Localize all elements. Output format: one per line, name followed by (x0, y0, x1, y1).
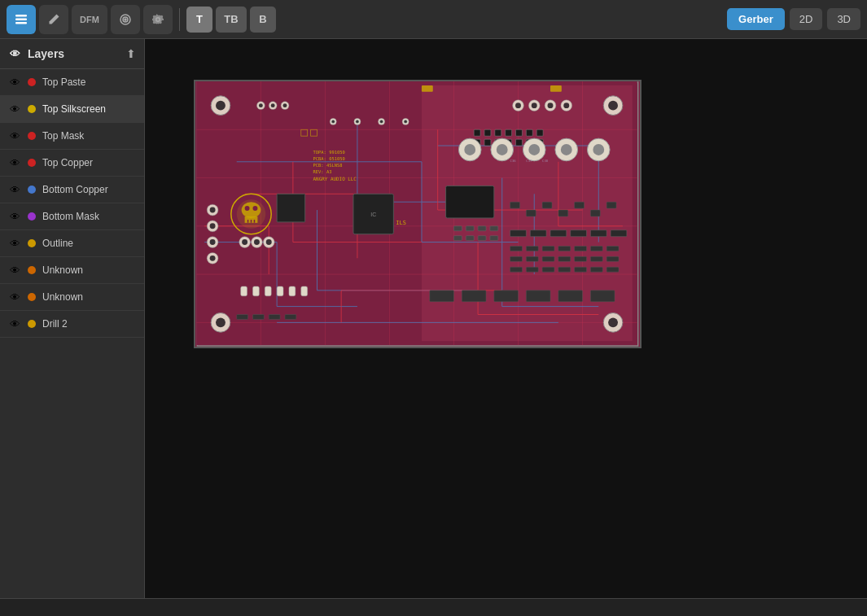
layer-color-dot-drill-2 (28, 320, 36, 328)
dfm-button[interactable]: DFM (72, 5, 107, 34)
svg-point-51 (210, 223, 216, 229)
svg-rect-74 (526, 247, 538, 251)
layer-color-dot-bottom-mask (28, 212, 36, 221)
svg-point-117 (593, 144, 604, 155)
svg-point-33 (283, 103, 287, 107)
svg-text:C37: C37 (526, 159, 532, 163)
layer-T-button[interactable]: T (186, 7, 212, 33)
svg-point-21 (216, 101, 226, 111)
svg-rect-66 (606, 202, 616, 208)
toolbar-separator (179, 8, 180, 31)
svg-rect-152 (490, 226, 498, 231)
layer-item-bottom-copper[interactable]: 👁Bottom Copper (0, 177, 144, 203)
pcb-svg: IC (195, 81, 640, 347)
svg-rect-61 (526, 210, 536, 216)
svg-rect-88 (526, 267, 538, 272)
svg-rect-1 (15, 18, 27, 20)
svg-rect-68 (530, 230, 546, 237)
svg-text:PCB: 4SLNS8: PCB: 4SLNS8 (313, 163, 343, 168)
svg-rect-63 (558, 210, 568, 216)
layer-item-top-mask[interactable]: 👁Top Mask (0, 123, 144, 150)
gerber-button[interactable]: Gerber (727, 8, 785, 30)
svg-text:C36: C36 (510, 159, 517, 163)
svg-rect-91 (575, 267, 587, 272)
layer-item-outline[interactable]: 👁Outline (0, 230, 144, 257)
svg-text:PCBA: 051050: PCBA: 051050 (313, 156, 345, 161)
svg-rect-75 (542, 247, 554, 251)
upload-icon[interactable]: ⬆ (126, 47, 136, 60)
eye-icon-unknown-2[interactable]: 👁 (8, 291, 21, 304)
svg-point-123 (252, 206, 257, 211)
layer-item-top-silkscreen[interactable]: 👁Top Silkscreen (0, 96, 144, 123)
svg-rect-80 (510, 256, 523, 261)
eye-icon-top-mask[interactable]: 👁 (8, 129, 21, 142)
svg-rect-100 (536, 129, 543, 136)
layer-item-top-paste[interactable]: 👁Top Paste (0, 69, 144, 96)
svg-rect-86 (606, 256, 619, 261)
svg-rect-130 (462, 291, 486, 302)
svg-point-29 (259, 103, 263, 107)
svg-point-43 (242, 239, 247, 245)
layer-item-top-copper[interactable]: 👁Top Copper (0, 150, 144, 177)
2d-button[interactable]: 2D (790, 8, 823, 30)
layer-label-top-copper: Top Copper (42, 157, 93, 168)
svg-rect-137 (265, 286, 271, 296)
pencil-button[interactable] (39, 5, 68, 34)
svg-rect-102 (484, 139, 491, 146)
toolbar-right: Gerber 2D 3D (727, 8, 860, 30)
svg-rect-135 (241, 286, 247, 296)
target-button[interactable] (111, 5, 140, 34)
svg-rect-93 (606, 267, 619, 272)
svg-rect-94 (474, 129, 480, 136)
svg-rect-154 (466, 236, 474, 241)
layer-B-button[interactable]: B (250, 7, 276, 33)
layer-color-dot-top-silkscreen (28, 105, 36, 113)
eye-icon-unknown-1[interactable]: 👁 (8, 264, 21, 277)
svg-point-41 (563, 103, 569, 108)
status-bar (0, 598, 867, 616)
layer-color-dot-unknown-1 (28, 266, 36, 274)
layer-item-drill-2[interactable]: 👁Drill 2 (0, 311, 144, 338)
svg-rect-133 (558, 291, 583, 302)
svg-rect-105 (516, 139, 523, 146)
svg-point-111 (497, 144, 508, 155)
3d-button[interactable]: 3D (827, 8, 860, 30)
svg-rect-2 (15, 22, 27, 24)
settings-button[interactable] (143, 5, 173, 34)
svg-rect-73 (510, 247, 523, 251)
svg-rect-89 (542, 267, 554, 272)
svg-rect-83 (558, 256, 571, 261)
svg-rect-99 (526, 129, 532, 136)
layer-list: 👁Top Paste👁Top Silkscreen👁Top Mask👁Top C… (0, 69, 144, 338)
eye-icon-outline[interactable]: 👁 (8, 237, 21, 250)
layer-TB-button[interactable]: TB (216, 7, 247, 33)
svg-rect-129 (430, 291, 454, 302)
eye-icon-top-paste[interactable]: 👁 (8, 76, 21, 89)
svg-rect-70 (571, 230, 587, 237)
eye-icon-top-silkscreen[interactable]: 👁 (8, 103, 21, 116)
layer-label-outline: Outline (42, 238, 73, 249)
eye-icon: 👁 (8, 47, 21, 60)
svg-point-35 (515, 103, 521, 108)
eye-icon-bottom-copper[interactable]: 👁 (8, 183, 21, 196)
eye-icon-top-copper[interactable]: 👁 (8, 156, 21, 169)
eye-icon-bottom-mask[interactable]: 👁 (8, 210, 21, 223)
layer-item-bottom-mask[interactable]: 👁Bottom Mask (0, 203, 144, 230)
svg-text:C38: C38 (542, 159, 549, 163)
svg-text:ILS: ILS (396, 220, 405, 226)
layer-item-unknown-1[interactable]: 👁Unknown (0, 257, 144, 284)
svg-point-31 (271, 103, 275, 107)
pcb-viewer[interactable]: IC (145, 39, 867, 598)
svg-rect-82 (542, 256, 554, 261)
svg-rect-156 (490, 236, 498, 241)
layer-label-drill-2: Drill 2 (42, 318, 68, 330)
layers-panel-button[interactable] (7, 5, 36, 34)
svg-rect-60 (510, 202, 520, 208)
pcb-board: IC (194, 80, 641, 348)
svg-rect-85 (590, 256, 602, 261)
svg-rect-148 (550, 85, 562, 92)
layer-item-unknown-2[interactable]: 👁Unknown (0, 284, 144, 311)
eye-icon-drill-2[interactable]: 👁 (8, 317, 21, 330)
svg-rect-147 (422, 85, 433, 92)
svg-point-120 (242, 202, 261, 218)
